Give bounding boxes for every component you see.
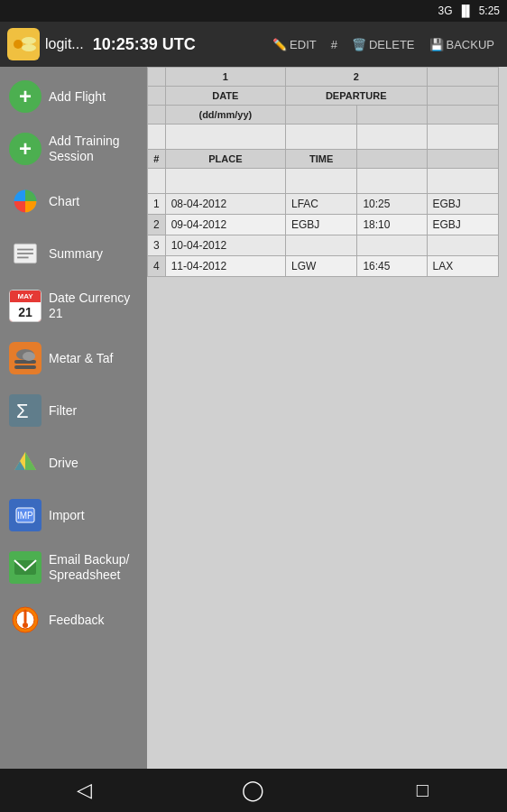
- sidebar-item-filter[interactable]: Σ Filter: [0, 384, 147, 437]
- date-currency-label: Date Currency 21: [49, 291, 138, 321]
- svg-point-2: [22, 37, 36, 44]
- time-display: 5:25: [479, 5, 500, 17]
- back-icon: ◁: [77, 779, 92, 802]
- row-time: 18:10: [357, 215, 427, 235]
- chart-icon: [9, 185, 41, 217]
- departure-label: DEPARTURE: [285, 87, 427, 106]
- sub-empty2: [148, 106, 166, 125]
- extra-col-header: [357, 150, 427, 169]
- spacer-row2d: [357, 169, 427, 194]
- backup-button[interactable]: 💾 BACKUP: [424, 34, 500, 55]
- table-row: 1 08-04-2012 LFAC 10:25 EGBJ: [148, 194, 499, 215]
- svg-point-1: [14, 40, 23, 49]
- metar-label: Metar & Taf: [49, 351, 113, 366]
- row-dest: LAX: [427, 256, 498, 277]
- row-date: 10-04-2012: [165, 235, 285, 256]
- edit-icon: ✏️: [272, 38, 287, 51]
- recent-button[interactable]: □: [395, 772, 449, 808]
- row-time: 16:45: [357, 256, 427, 277]
- sidebar-item-feedback[interactable]: Feedback: [0, 594, 147, 646]
- sidebar-item-add-flight[interactable]: + Add Flight: [0, 70, 147, 123]
- add-training-label: Add Training Session: [49, 134, 138, 164]
- sidebar-item-drive[interactable]: Drive: [0, 437, 147, 489]
- filter-label: Filter: [49, 403, 77, 419]
- svg-text:IMP: IMP: [17, 511, 33, 521]
- edit-button[interactable]: ✏️ EDIT: [267, 34, 322, 55]
- signal-icon: 3G: [438, 5, 453, 17]
- import-icon: IMP: [9, 499, 41, 531]
- extra-col-header2: [427, 150, 498, 169]
- col-1-header: 1: [165, 68, 285, 87]
- row-num: 2: [148, 215, 166, 235]
- add-training-icon: +: [9, 133, 41, 165]
- row-time: 10:25: [357, 194, 427, 215]
- row-dest: EGBJ: [427, 194, 498, 215]
- date-label: DATE: [165, 87, 285, 106]
- spacer-row2: [148, 169, 166, 194]
- chart-label: Chart: [49, 194, 79, 209]
- spacer-row2c: [285, 169, 356, 194]
- nav-bar: ◁ ◯ □: [0, 769, 507, 812]
- hash-button[interactable]: #: [326, 34, 343, 55]
- spacer-row1d: [357, 125, 427, 150]
- hash-icon: #: [331, 38, 337, 51]
- add-flight-icon: +: [9, 80, 41, 113]
- spacer-row1e: [427, 125, 498, 150]
- row-date: 09-04-2012: [165, 215, 285, 235]
- app-logo: [7, 28, 40, 60]
- backup-icon: 💾: [429, 38, 444, 51]
- home-button[interactable]: ◯: [226, 772, 281, 808]
- table-row: 4 11-04-2012 LGW 16:45 LAX: [148, 256, 499, 277]
- content-area: 1 2 DATE DEPARTURE (dd/mm/yy): [147, 67, 507, 769]
- summary-icon: [9, 237, 41, 270]
- sidebar-item-summary[interactable]: Summary: [0, 227, 147, 280]
- current-time: 10:25:39 UTC: [93, 35, 262, 54]
- dep-extra: [427, 87, 498, 106]
- home-icon: ◯: [242, 779, 264, 802]
- add-flight-label: Add Flight: [49, 89, 106, 105]
- sidebar-item-metar[interactable]: Metar & Taf: [0, 332, 147, 384]
- toolbar: logit... 10:25:39 UTC ✏️ EDIT # 🗑️ DELET…: [0, 22, 507, 67]
- spacer-row1: [148, 125, 166, 150]
- sidebar-item-chart[interactable]: Chart: [0, 175, 147, 227]
- battery-icon: ▐▌: [458, 5, 474, 17]
- drive-label: Drive: [49, 456, 78, 471]
- delete-button[interactable]: 🗑️ DELETE: [346, 34, 420, 55]
- sidebar-item-email-backup[interactable]: Email Backup/ Spreadsheet: [0, 541, 147, 594]
- spacer-row2e: [427, 169, 498, 194]
- filter-icon: Σ: [9, 394, 41, 427]
- sidebar-item-import[interactable]: IMP Import: [0, 489, 147, 541]
- sidebar-item-date-currency[interactable]: MAY 21 Date Currency 21: [0, 280, 147, 332]
- row-num: 4: [148, 256, 166, 277]
- svg-point-3: [22, 44, 36, 51]
- status-bar: 3G ▐▌ 5:25: [0, 0, 507, 22]
- row-num: 1: [148, 194, 166, 215]
- drive-icon: [9, 447, 41, 479]
- sidebar-item-add-training[interactable]: + Add Training Session: [0, 123, 147, 175]
- recent-icon: □: [417, 779, 429, 802]
- back-button[interactable]: ◁: [58, 772, 112, 808]
- row-dest: [427, 235, 498, 256]
- feedback-icon: [9, 604, 41, 636]
- svg-marker-16: [25, 452, 36, 470]
- import-label: Import: [49, 508, 85, 523]
- svg-point-12: [23, 352, 35, 361]
- place-col-header: PLACE: [165, 150, 285, 169]
- date-format: (dd/mm/yy): [165, 106, 285, 125]
- row-date: 08-04-2012: [165, 194, 285, 215]
- row-time: [357, 235, 427, 256]
- sub2: [285, 106, 356, 125]
- col-3-header: [427, 68, 498, 87]
- spacer-row2b: [165, 169, 285, 194]
- row-dest: EGBJ: [427, 215, 498, 235]
- spacer-row1c: [285, 125, 356, 150]
- feedback-label: Feedback: [49, 613, 104, 628]
- row-place: [285, 235, 356, 256]
- table-row: 3 10-04-2012: [148, 235, 499, 256]
- spacer-row1b: [165, 125, 285, 150]
- svg-rect-10: [14, 365, 36, 369]
- sub3: [357, 106, 427, 125]
- date-currency-icon: MAY 21: [9, 290, 41, 322]
- num-col-header: #: [148, 150, 166, 169]
- delete-icon: 🗑️: [352, 38, 366, 51]
